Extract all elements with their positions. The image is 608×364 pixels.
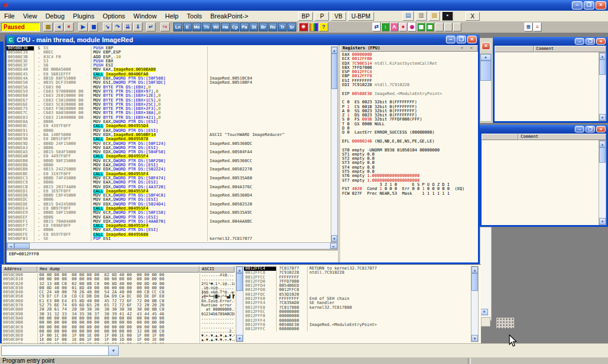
log-list-icon[interactable]: ≣ [524,23,533,31]
registers-prev-icon[interactable]: < [461,46,463,51]
menu-item-window[interactable]: Window [129,11,161,21]
restart-back-icon[interactable]: ◄ [54,23,64,31]
menu-item-help[interactable]: Help [161,11,183,21]
dump-row[interactable]: 0050C07052 75 6E 74 69 6D 65 20 65 72 72… [2,303,236,308]
disasm-row[interactable]: 00508E56.C603 00MOV BYTE PTR DS:[EBX],0 [7,86,331,90]
disasm-row[interactable]: 00508E3E.53PUSH EBX [7,59,331,64]
options-gear-icon[interactable]: ✳ [299,23,308,31]
disasm-row[interactable]: 00508EC3.8B0D 74F45000MOV ECX,DWORD PTR … [7,176,331,181]
menu-item-view[interactable]: View [19,11,42,21]
close-program-icon[interactable]: × [64,23,74,31]
window-icon[interactable]: ▣ [426,23,434,31]
menu-item-options[interactable]: Options [99,11,129,21]
spacer-button-1[interactable] [435,23,444,31]
window-titlebar[interactable]: ✳ – ❐ × [0,0,608,11]
dump-row[interactable]: 0050C040CC 24 40 00 78 26 40 00 54 2A 40… [2,290,236,295]
help-icon[interactable]: ? [319,23,328,31]
comment2-scrollbar[interactable]: ▲ ▼ [598,140,606,225]
execute-till-return-icon[interactable]: ↵ [146,23,156,31]
dump-row[interactable]: 0050C060E1 E3 00 E4 E5 8D 40 00 45 72 72… [2,299,236,303]
disasm-row[interactable]: 00508EE9.8B0D 58F15000MOV ECX,DWORD PTR … [7,211,331,215]
disasm-row[interactable]: 00508EF7.E8 F896F8FFCALL ImageRed.004955… [7,224,331,228]
comment2-maximize-button[interactable]: ❐ [585,126,595,132]
step-into-icon[interactable]: ↘ [103,23,112,31]
animate-over-icon[interactable]: ⇓ [133,23,142,31]
disasm-row[interactable]: 00508E93.BA 14BF5000MOV EDX,ImageRed.005… [7,133,331,137]
stack-row[interactable]: 0012FFD07FFD7000 [244,280,470,284]
plugin-button-u-bpm[interactable]: U-BPM [348,12,374,21]
window-button-br[interactable]: Br [259,23,268,31]
dump-scrollbar[interactable]: ▲ ▼ [236,266,243,342]
disasm-row[interactable]: 00508ED1.E8 1E97F8FFCALL ImageRed.004955… [7,189,331,194]
disasm-row[interactable]: 00508EA5.8B15 584F5000MOV EDX,DWORD PTR … [7,150,331,154]
window-button-ln[interactable]: Ln [173,23,182,31]
menu-item-tools[interactable]: Tools [183,11,207,21]
dump-row[interactable]: 0050C0C000 00 00 00 00 00 00 00 00 00 00… [2,325,236,330]
console-icon[interactable]: ▪ [442,11,453,21]
dump-header-hex[interactable]: Hex dump [37,266,200,273]
combobox-dropdown-icon[interactable]: ▼ [108,346,118,355]
stack-row[interactable]: 0012FFD80012FFC8 [244,288,470,292]
disasm-row[interactable]: 00508E45.E8 56B1EFFFCALL ImageRed.00406F… [7,72,331,77]
comment1-close-button[interactable]: × [596,38,606,45]
dump-row[interactable]: 0050C0A000 00 00 00 00 00 00 00 00 00 00… [2,316,236,321]
swap-arrows-icon[interactable]: ⇄ [372,23,381,31]
dump-row[interactable]: 0050C1001F 00 1F 00 1F 00 1E 00 1F 00 1F… [2,343,236,343]
comment2-col-header[interactable]: Comment [518,134,606,140]
cpu-maximize-button[interactable]: ❐ [457,36,466,43]
register-line[interactable]: EDI 7C910228 ntdll.7C910228 [340,83,478,87]
comment2-close-button[interactable]: × [596,126,606,132]
dump-row[interactable]: 0050C0B000 00 00 00 00 00 00 00 00 00 00… [2,321,236,325]
register-line[interactable]: O 0 LastErr ERROR_SUCCESS (00000000) [340,131,478,135]
window-button-me[interactable]: Me [192,23,201,31]
window-button-th[interactable]: Th [202,23,211,31]
dump-row[interactable]: 0050C01000 00 00 00 00 00 00 00 00 00 00… [2,277,236,281]
cpu-titlebar[interactable]: C CPU - main thread, module ImageRed – ❐… [5,34,480,45]
pause-icon[interactable]: ▮▮ [88,23,98,31]
stack-row[interactable]: 0012FFF800508E38ImageRed.<ModuleEntryPoi… [244,323,470,327]
document-icon[interactable]: ▥ [416,11,427,21]
disasm-row[interactable]: 00508E98.E8 DB91F8FFCALL ImageRed.004950… [7,137,331,141]
disasm-row[interactable]: 00508E50.8B35 DCF35000MOV ESI,DWORD PTR … [7,81,331,85]
disasm-row[interactable]: 00508E60.C683 2E010000 00MOV BYTE PTR DS… [7,94,331,98]
stack-row[interactable]: 0012FFDC853D1020 [244,293,470,297]
fragment-scroll-down-icon[interactable]: ▼ [480,309,488,315]
comment1-maximize-button[interactable]: ❐ [585,38,595,45]
disasm-row[interactable]: 00508E75.C683 F3020000 00MOV BYTE PTR DS… [7,107,331,111]
dump-row[interactable]: 0050C08020 20 61 74 20 30 30 30 30 30 30… [2,308,236,312]
window-button-sr[interactable]: Sr [287,23,296,31]
info-pane[interactable]: EBP=0012FFF0 [7,249,338,262]
window-button-re[interactable]: Re [268,23,277,31]
minimize-button[interactable]: – [572,1,582,10]
window-button-ha[interactable]: Ha [221,23,230,31]
plugin-button-p[interactable]: P [315,12,329,21]
disasm-row[interactable]: 00508E39.8BECMOV EBP,ESP [7,50,331,55]
dump-header-ascii[interactable]: ASCII [200,266,235,273]
plugin-button-vb[interactable]: VB [331,12,346,21]
window-button-st[interactable]: St [249,23,258,31]
appearance-rainbow-icon[interactable] [309,23,318,31]
disasm-row[interactable]: 00508E6E.C683 5C020000 00MOV BYTE PTR DS… [7,103,331,107]
register-line[interactable]: EIP 00508E38 ImageRed.<ModuleEntryPoint> [340,92,478,96]
spacer-button-2[interactable] [444,23,452,31]
stack-row[interactable]: 0012FFE87C817080kernel32.7C817080 [244,306,470,310]
stack-row[interactable]: 0012FFC87C910228ntdll.7C910228 [244,271,470,275]
window-button-wi[interactable]: Wi [211,23,220,31]
stack-row[interactable]: 0012FFC47C817077RETURN to kernel32.7C817… [244,267,470,271]
disasm-row[interactable]: 00508EEF.8B06MOV EAX,DWORD PTR DS:[ESI] [7,216,331,220]
disasm-row[interactable]: 00508EF1.8B15 70A84A00MOV EDX,DWORD PTR … [7,220,331,224]
stack-scrollbar[interactable]: ▲ ▼ [471,266,479,342]
window-resize-grip[interactable] [496,318,514,328]
record-dot-icon[interactable]: ● [399,23,407,31]
disasm-row[interactable]: 00508EC9.8B06MOV EAX,DWORD PTR DS:[ESI] [7,181,331,185]
comment1-col-header[interactable]: Comment [534,46,606,52]
dump-row[interactable]: 0050C0D000 00 00 00 00 00 00 00 00 00 00… [2,330,236,334]
disasm-row[interactable]: 00508EA3.8B06MOV EAX,DWORD PTR DS:[ESI] [7,146,331,150]
disassembly-hscrollbar[interactable]: ◄ ► [7,242,338,249]
window-button-tr[interactable]: Tr [278,23,287,31]
disasm-row[interactable]: 00508E38$55PUSH EBP [7,46,331,50]
dump-row[interactable]: 0050C09030 31 32 33 34 35 36 37 38 39 41… [2,312,236,316]
window-button-e[interactable]: E [183,23,192,31]
highlight-a-icon[interactable]: A [390,23,398,31]
menu-item-plugins[interactable]: Plugins [69,11,99,21]
